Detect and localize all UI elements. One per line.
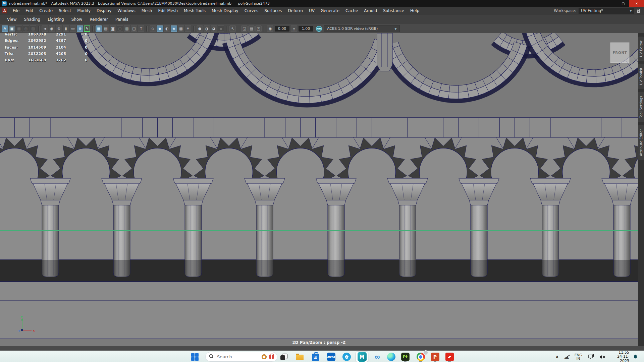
panel-menu-renderer[interactable]: Renderer xyxy=(86,17,112,22)
field-chart-icon[interactable]: ▥ xyxy=(124,25,130,32)
panel-menu-lighting[interactable]: Lighting xyxy=(44,17,68,22)
minimize-button[interactable]: — xyxy=(605,0,617,7)
shaded-icon[interactable]: ◆ xyxy=(157,25,163,32)
gate-mask-icon[interactable]: ▢ xyxy=(117,25,123,32)
color-management-on-badge[interactable]: ON xyxy=(316,26,322,32)
panel-menu-panels[interactable]: Panels xyxy=(112,17,132,22)
network-icon[interactable] xyxy=(586,351,596,362)
menu-item-file[interactable]: File xyxy=(10,8,22,13)
select-cursor-icon[interactable]: ↖ xyxy=(229,25,236,32)
wireframe-on-shaded-icon[interactable]: ◈ xyxy=(171,25,177,32)
background-swatch-icon[interactable]: ▪ xyxy=(218,25,224,32)
powerpoint-icon[interactable]: P xyxy=(429,352,441,362)
menu-item-edit-mesh[interactable]: Edit Mesh xyxy=(155,8,181,13)
tray-expand-icon[interactable]: ∧ xyxy=(553,351,561,362)
menu-item-edit[interactable]: Edit xyxy=(22,8,36,13)
safe-title-icon[interactable]: T xyxy=(138,25,144,32)
camera-attributes-icon[interactable]: ⊛ xyxy=(56,25,62,32)
view-transform-dropdown[interactable]: ACES 1.0 SDR-video (sRGB) ▼ xyxy=(324,25,400,32)
maya-app-icon[interactable]: A xyxy=(2,8,7,13)
tab-tool-settings[interactable]: Tool Settings xyxy=(638,92,644,122)
film-gate-icon[interactable]: ▤ xyxy=(103,25,109,32)
tab-attribute-editor[interactable]: Attribute Editor xyxy=(638,125,644,160)
copy-view-icon[interactable]: ◱ xyxy=(241,25,248,32)
gamma-field[interactable]: 1.00 xyxy=(299,26,313,32)
material-sphere-icon[interactable]: ◐ xyxy=(164,25,170,32)
resolution-gate-icon[interactable]: ◙ xyxy=(110,25,116,32)
clock-date[interactable]: 11:55 24-11-2023 xyxy=(608,351,629,362)
menu-item-select[interactable]: Select xyxy=(56,8,74,13)
menu-item-substance[interactable]: Substance xyxy=(380,8,407,13)
menu-item-surfaces[interactable]: Surfaces xyxy=(261,8,285,13)
workspace-select[interactable]: UV Editing* ▼ xyxy=(579,8,634,14)
default-light-icon[interactable]: ● xyxy=(197,25,203,32)
wireframe-scene[interactable]: yxzFRONT xyxy=(0,33,638,339)
checker-icon[interactable]: ▩ xyxy=(178,25,184,32)
menu-item-uv[interactable]: UV xyxy=(306,8,318,13)
menu-item-generate[interactable]: Generate xyxy=(318,8,342,13)
menu-item-help[interactable]: Help xyxy=(407,8,422,13)
reminder-clock-icon[interactable] xyxy=(262,354,267,359)
language-indicator[interactable]: ENG IN xyxy=(572,351,584,362)
panel-menu-show[interactable]: Show xyxy=(68,17,86,22)
visual-studio-icon[interactable]: ∞ xyxy=(371,352,383,362)
acrobat-icon[interactable] xyxy=(443,352,455,362)
maya-icon[interactable]: M xyxy=(356,352,368,362)
camera-select-icon[interactable]: ◄ xyxy=(42,25,48,32)
paste-view-icon[interactable]: ▤ xyxy=(248,25,255,32)
exposure-field[interactable]: 0.00 xyxy=(275,26,289,32)
menu-item-mesh[interactable]: Mesh xyxy=(139,8,155,13)
onedrive-icon[interactable]: ☁ xyxy=(562,351,571,362)
lasso-select-icon[interactable]: ◎ xyxy=(23,25,29,32)
substance-painter-icon[interactable]: Pt xyxy=(399,352,411,362)
viewport-3d[interactable]: yxzFRONT Verts:106737822910Edges:2062982… xyxy=(0,33,638,346)
occlusion-icon[interactable]: ◕ xyxy=(211,25,217,32)
menu-item-mesh-tools[interactable]: Mesh Tools xyxy=(181,8,209,13)
hud-toggle-icon[interactable]: A xyxy=(2,25,8,32)
taskbar-search[interactable] xyxy=(205,352,277,362)
wireframe-icon[interactable]: ◇ xyxy=(150,25,156,32)
chrome-icon[interactable] xyxy=(415,352,427,362)
camera-lock-icon[interactable]: ◉ xyxy=(49,25,55,32)
isolate-select-icon[interactable]: ▩ xyxy=(16,25,22,32)
uv-pencil-icon[interactable]: ✎ xyxy=(84,25,90,32)
search-input[interactable] xyxy=(216,354,259,360)
two-d-pan-zoom-icon[interactable]: ⊕ xyxy=(77,25,83,32)
volume-muted-icon[interactable] xyxy=(598,351,607,362)
menu-item-arnold[interactable]: Arnold xyxy=(361,8,380,13)
microsoft-store-icon[interactable]: ⊞ xyxy=(309,352,321,362)
rewards-gift-icon[interactable] xyxy=(269,355,274,359)
tab-uv-toolkit[interactable]: UV Toolkit xyxy=(638,64,644,89)
task-view-icon[interactable] xyxy=(278,352,290,362)
image-plane-icon[interactable]: ▭ xyxy=(70,25,76,32)
evaluation-icon[interactable]: ▨ xyxy=(30,25,36,32)
notification-bell-icon[interactable] xyxy=(631,351,640,362)
panel-menu-shading[interactable]: Shading xyxy=(20,17,44,22)
file-explorer-icon[interactable] xyxy=(293,352,306,362)
maximize-button[interactable]: ▢ xyxy=(617,0,629,7)
maximize-view-icon[interactable]: ◳ xyxy=(255,25,262,32)
lights-icon[interactable]: ☀ xyxy=(185,25,191,32)
panel-menu-view[interactable]: View xyxy=(3,17,20,22)
start-button[interactable] xyxy=(191,351,199,362)
menu-item-modify[interactable]: Modify xyxy=(74,8,94,13)
menu-item-curves[interactable]: Curves xyxy=(241,8,262,13)
app-fox-icon[interactable] xyxy=(340,352,353,362)
bookmark-icon[interactable]: ▮ xyxy=(63,25,69,32)
selection-highlight-icon[interactable]: ▣ xyxy=(9,25,15,32)
menu-item-mesh-display[interactable]: Mesh Display xyxy=(209,8,241,13)
lock-icon[interactable] xyxy=(637,8,641,13)
menu-item-display[interactable]: Display xyxy=(94,8,114,13)
safe-action-icon[interactable]: ◫ xyxy=(131,25,137,32)
my-hp-icon[interactable]: myhp xyxy=(325,352,337,362)
silhouette-icon[interactable]: ◑ xyxy=(204,25,210,32)
grid-icon[interactable]: ▦ xyxy=(96,25,102,32)
close-button[interactable]: ✕ xyxy=(629,0,644,7)
exposure-icon[interactable]: ◉ xyxy=(267,25,273,32)
menu-item-create[interactable]: Create xyxy=(36,8,56,13)
menu-item-windows[interactable]: Windows xyxy=(114,8,139,13)
menu-item-deform[interactable]: Deform xyxy=(285,8,306,13)
menu-item-cache[interactable]: Cache xyxy=(342,8,361,13)
gamma-icon[interactable]: γ xyxy=(291,25,297,32)
edge-icon[interactable] xyxy=(385,352,397,362)
